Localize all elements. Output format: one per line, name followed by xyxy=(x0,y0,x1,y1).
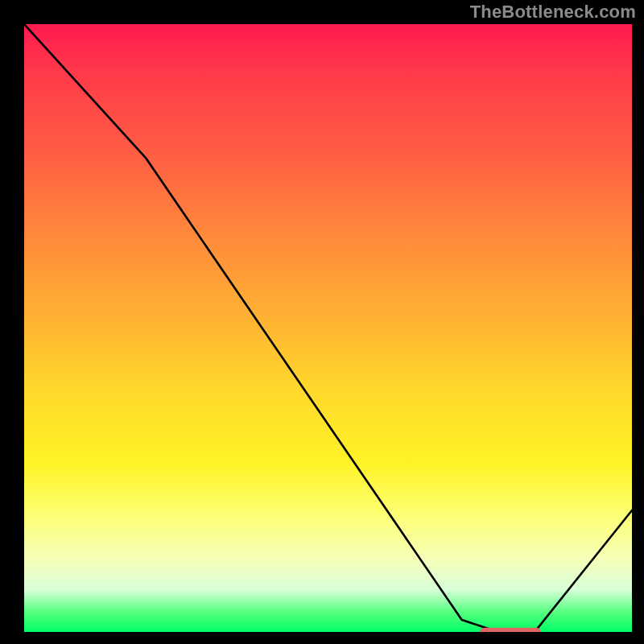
chart-frame: TheBottleneck.com xyxy=(0,0,644,644)
plot-area xyxy=(24,24,632,632)
optimal-zone-marker xyxy=(24,24,632,632)
svg-rect-0 xyxy=(480,628,541,632)
watermark-text: TheBottleneck.com xyxy=(470,2,636,23)
